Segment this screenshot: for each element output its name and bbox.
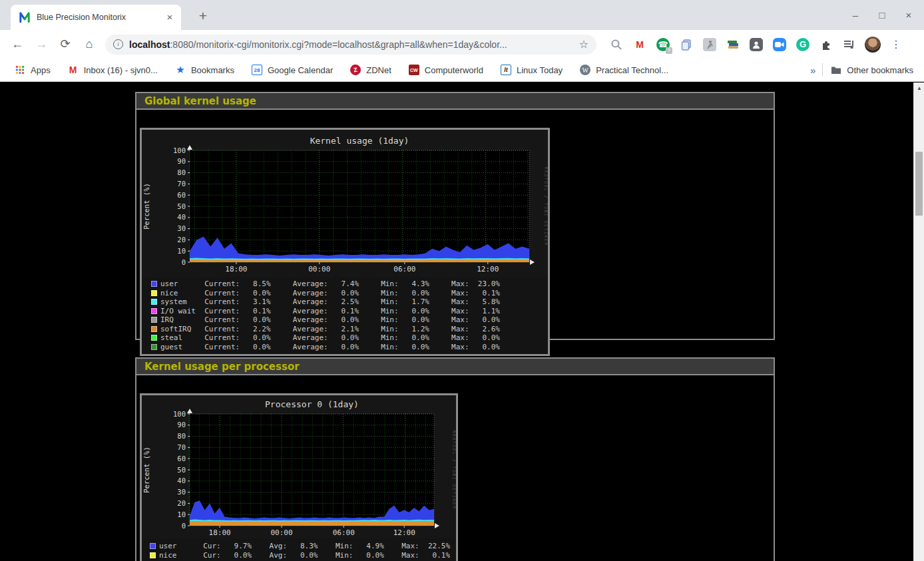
svg-text:100: 100: [173, 410, 186, 418]
cw-icon: CW: [409, 65, 419, 75]
bookmark-label: Linux Today: [517, 65, 563, 75]
page-scrollbar[interactable]: ▲: [913, 83, 924, 561]
monitorix-favicon-icon: [19, 11, 31, 23]
svg-text:90: 90: [177, 421, 186, 429]
calendar-icon: 28: [252, 65, 262, 75]
bookmark-item-zdnet[interactable]: ZZDNet: [350, 65, 391, 75]
legend-row: guest Current: 0.0% Average: 0.0% Min: 0…: [151, 343, 500, 352]
svg-text:06:00: 06:00: [333, 528, 355, 537]
bookmark-label: Inbox (16) - sjvn0...: [84, 65, 158, 75]
more-menu-icon[interactable]: ⋮: [887, 35, 905, 54]
window-maximize-button[interactable]: □: [873, 9, 891, 21]
svg-text:70: 70: [177, 443, 186, 451]
svg-text:10: 10: [177, 510, 186, 518]
scrollbar-thumb[interactable]: [915, 152, 923, 216]
bookmark-label: Computerworld: [425, 65, 483, 75]
legend-swatch: [150, 552, 156, 558]
bookmarks-overflow-chevron[interactable]: »: [804, 65, 822, 76]
runner-extension-icon[interactable]: [700, 35, 719, 54]
legend-swatch: [151, 344, 157, 350]
browser-toolbar: ← → ⟳ ⌂ i localhost:8080/monitorix-cgi/m…: [0, 30, 924, 59]
window-minimize-button[interactable]: –: [847, 9, 864, 21]
gmail-extension-icon[interactable]: M: [630, 35, 649, 54]
legend-swatch: [151, 281, 157, 287]
svg-text:12:00: 12:00: [393, 528, 415, 537]
zdnet-icon: Z: [349, 64, 362, 77]
bookmarks-separator: [822, 63, 823, 77]
legend-row: steal Current: 0.0% Average: 0.0% Min: 0…: [151, 333, 500, 343]
extensions-puzzle-icon[interactable]: [817, 35, 835, 54]
bookmark-item-computerworld[interactable]: CWComputerworld: [409, 65, 483, 75]
url-text: localhost:8080/monitorix-cgi/monitorix.c…: [129, 39, 574, 50]
legend-row: nice Current: 0.0% Average: 0.0% Min: 0.…: [151, 289, 500, 298]
svg-text:30: 30: [177, 488, 186, 496]
legend-swatch: [151, 299, 157, 305]
forward-button[interactable]: →: [31, 34, 52, 55]
voice-extension-icon[interactable]: ☎?: [654, 35, 672, 54]
svg-text:0: 0: [182, 258, 186, 266]
tab-strip: Blue Precision Monitorix × + – □ ×: [0, 0, 924, 30]
svg-text:40: 40: [177, 213, 186, 221]
bookmark-item-practical-technol[interactable]: WPractical Technol...: [580, 65, 668, 75]
tab-close-icon[interactable]: ×: [164, 11, 176, 23]
bookmark-item-google-calendar[interactable]: 28Google Calendar: [252, 65, 333, 75]
window-controls: – □ ×: [847, 0, 917, 30]
kernel-usage-graph[interactable]: 010203040506070809010018:0000:0006:0012:…: [140, 128, 550, 356]
back-button[interactable]: ←: [7, 34, 28, 55]
legend-swatch: [151, 326, 157, 332]
browser-tab[interactable]: Blue Precision Monitorix ×: [11, 5, 181, 30]
bookmarks-bar: AppsMInbox (16) - sjvn0...★Bookmarks28Go…: [0, 59, 924, 82]
legend-row: user Current: 8.5% Average: 7.4% Min: 4.…: [151, 280, 500, 289]
section-title: Kernel usage per processor: [136, 359, 774, 375]
svg-text:RRDTOOL / TOBI OETIKER: RRDTOOL / TOBI OETIKER: [451, 430, 456, 509]
grammarly-extension-icon[interactable]: G: [794, 35, 812, 54]
other-bookmarks-button[interactable]: Other bookmarks: [831, 65, 913, 75]
section-kernel-usage-per-processor: Kernel usage per processor 0102030405060…: [135, 357, 775, 561]
extension-row: M☎?G⋮: [607, 35, 905, 54]
legend-row: IRQ Current: 0.0% Average: 0.0% Min: 0.0…: [151, 315, 500, 325]
url-bar[interactable]: i localhost:8080/monitorix-cgi/monitorix…: [105, 35, 596, 55]
legend-row: nice Cur: 0.0% Avg: 0.0% Min: 0.0% Max: …: [150, 551, 450, 560]
bookmark-label: Google Calendar: [268, 65, 333, 75]
legend-row: I/O wait Current: 0.1% Average: 0.1% Min…: [151, 307, 500, 316]
books-extension-icon[interactable]: [724, 35, 742, 54]
legend-row: system Current: 3.1% Average: 2.5% Min: …: [151, 297, 500, 307]
scrollbar-up-arrow[interactable]: ▲: [914, 84, 924, 93]
svg-text:Kernel usage (1day): Kernel usage (1day): [310, 136, 409, 146]
graph-legend: user Current: 8.5% Average: 7.4% Min: 4.…: [151, 280, 500, 351]
bookmark-label: ZDNet: [366, 65, 391, 75]
tab-title: Blue Precision Monitorix: [37, 13, 164, 22]
page-info-icon[interactable]: i: [113, 39, 123, 49]
url-host: localhost: [129, 39, 170, 50]
profile-avatar[interactable]: [863, 35, 882, 54]
bookmark-star-icon[interactable]: ☆: [579, 38, 588, 51]
reload-button[interactable]: ⟳: [55, 34, 76, 55]
bookmark-item-apps[interactable]: Apps: [15, 65, 51, 75]
star-blue-icon: ★: [175, 65, 186, 75]
home-button[interactable]: ⌂: [79, 34, 100, 55]
new-tab-button[interactable]: +: [193, 7, 213, 27]
svg-text:00:00: 00:00: [270, 528, 292, 537]
monitorix-page: Global kernel usage 01020304050607080901…: [0, 83, 913, 561]
processor-0-graph[interactable]: 010203040506070809010018:0000:0006:0012:…: [140, 393, 458, 561]
svg-text:0: 0: [182, 522, 186, 530]
svg-text:20: 20: [177, 499, 186, 507]
svg-text:Percent (%): Percent (%): [142, 183, 150, 230]
bookmark-label: Practical Technol...: [596, 65, 668, 75]
search-extension-icon[interactable]: [607, 35, 626, 54]
copy-pages-extension-icon[interactable]: [677, 35, 696, 54]
contact-extension-icon[interactable]: [747, 35, 766, 54]
legend-row: softIRQ Current: 2.2% Average: 2.1% Min:…: [151, 325, 500, 334]
bookmark-item-linux-today[interactable]: ltLinux Today: [501, 65, 563, 75]
svg-text:80: 80: [177, 432, 186, 440]
window-close-button[interactable]: ×: [900, 9, 917, 21]
bookmark-label: Bookmarks: [191, 65, 234, 75]
svg-text:RRDTOOL / TOBI OETIKER: RRDTOOL / TOBI OETIKER: [543, 166, 548, 246]
svg-text:30: 30: [177, 224, 186, 232]
bookmark-item-inbox-16-sjvn0[interactable]: MInbox (16) - sjvn0...: [68, 65, 158, 75]
bookmark-item-bookmarks[interactable]: ★Bookmarks: [175, 65, 234, 75]
zoom-extension-icon[interactable]: [770, 35, 789, 54]
playlist-extension-icon[interactable]: [840, 35, 859, 54]
svg-text:100: 100: [173, 146, 186, 154]
graph-legend: user Cur: 9.7% Avg: 8.3% Min: 4.9% Max: …: [150, 542, 450, 561]
